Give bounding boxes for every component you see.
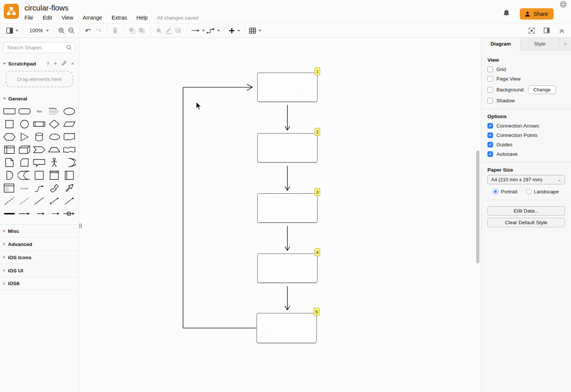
line-color-button[interactable] [164,25,174,36]
shadow-button[interactable] [174,25,183,36]
scratchpad-edit-icon[interactable] [62,61,67,67]
menu-file[interactable]: File [24,15,33,21]
shape-horizontal-container[interactable] [62,169,77,181]
shape-process[interactable] [32,118,47,130]
shadow-checkbox[interactable] [487,98,493,103]
shape-arrow[interactable] [62,182,77,194]
scratchpad-header[interactable]: Scratchpad ? + × [0,57,79,70]
diagram-canvas[interactable]: 1 2 3 4 5 [79,38,481,392]
shape-note[interactable] [2,156,17,169]
landscape-radio[interactable]: Landscape [526,189,559,194]
shape-and[interactable] [2,169,17,181]
zoom-out-button[interactable] [67,25,76,36]
menu-edit[interactable]: Edit [43,15,52,21]
shape-vertical-container[interactable] [47,169,62,181]
background-checkbox[interactable] [487,87,493,93]
shape-edge-with-box[interactable] [62,208,77,220]
scratchpad-dropzone[interactable]: Drag elements here [6,71,73,87]
shape-actor[interactable] [47,156,62,169]
shape-hexagon[interactable] [2,131,17,143]
shape-tape[interactable] [62,144,77,156]
portrait-radio[interactable]: Portrait [493,189,518,194]
scratchpad-help-icon[interactable]: ? [46,61,49,67]
zoom-in-button[interactable] [57,25,67,36]
sidebar-resize-handle[interactable] [79,223,82,228]
shape-textbox[interactable]: Heading [47,105,62,117]
shape-or[interactable] [62,156,77,169]
undo-button[interactable] [84,25,93,36]
menu-arrange[interactable]: Arrange [83,15,102,21]
shape-internal-storage[interactable] [2,144,17,156]
insert-button[interactable] [228,25,241,36]
shape-bidirectional-arrow[interactable] [47,182,62,194]
language-globe-icon[interactable] [560,1,567,9]
fill-color-button[interactable] [154,25,164,36]
shape-trapezoid[interactable] [47,144,62,156]
page-view-checkbox[interactable] [487,76,493,82]
autosave-checkbox[interactable] [487,151,493,157]
section-ios-icons[interactable]: iOS Icons [0,251,79,264]
shape-arrow-label-2[interactable] [47,208,62,220]
connection-style-button[interactable] [191,25,206,36]
shape-directional-connector[interactable] [62,195,77,207]
menu-extras[interactable]: Extras [111,15,127,21]
section-misc[interactable]: Misc [0,224,79,237]
shape-square[interactable] [2,118,17,130]
format-panel-toggle[interactable] [542,25,551,36]
scratchpad-close-icon[interactable]: × [71,61,74,67]
drawio-logo[interactable] [4,4,19,19]
shape-rectangle[interactable] [2,105,17,117]
shape-link[interactable] [2,208,17,220]
search-shapes-input[interactable] [3,42,75,53]
close-panel-icon[interactable]: × [560,38,571,50]
document-title[interactable]: circular-flows [24,4,198,12]
tab-style[interactable]: Style [521,38,560,50]
grid-checkbox[interactable] [487,67,493,72]
shape-text[interactable]: Text [32,105,47,117]
shape-bidirectional-connector[interactable] [47,195,62,207]
zoom-level-dropdown[interactable]: 100% [26,25,50,36]
shape-parallelogram[interactable] [62,118,77,130]
shape-data-storage[interactable] [17,169,32,181]
delete-button[interactable] [110,25,120,36]
shape-circle[interactable] [17,118,32,130]
clear-default-style-button[interactable]: Clear Default Style [487,218,565,227]
shape-diamond[interactable] [47,118,62,130]
connection-arrows-checkbox[interactable] [487,123,493,129]
shape-step[interactable] [32,144,47,156]
shape-triangle[interactable] [17,131,32,143]
shape-cloud[interactable] [47,131,62,143]
shape-line[interactable] [32,195,47,207]
flow-node-4[interactable]: 4 [257,254,318,283]
waypoints-button[interactable] [206,25,221,36]
shape-arrow-label[interactable] [32,208,47,220]
flow-node-5[interactable]: 5 [256,313,317,343]
shape-callout[interactable] [32,156,47,169]
shape-cylinder[interactable] [32,131,47,143]
shape-container[interactable] [32,169,47,181]
shape-directional-edge[interactable] [17,208,32,220]
shape-curve[interactable] [32,182,47,194]
shape-cube[interactable] [17,144,32,156]
shape-list-item[interactable]: List Item [17,182,32,194]
shape-dashed-line[interactable] [2,195,17,207]
connection-points-checkbox[interactable] [487,132,493,138]
section-general[interactable]: General [0,93,79,105]
section-ios6[interactable]: iOS6 [0,277,79,290]
table-button[interactable] [248,25,262,36]
section-ios-ui[interactable]: iOS UI [0,264,79,277]
shape-rounded-rectangle[interactable] [17,105,32,117]
scratchpad-add-icon[interactable]: + [53,60,57,67]
canvas-vertical-scrollbar[interactable] [476,150,479,263]
to-front-button[interactable] [127,25,137,36]
menu-view[interactable]: View [61,15,73,21]
flow-node-2[interactable]: 2 [257,133,318,163]
view-panels-button[interactable] [5,25,19,36]
section-advanced[interactable]: Advanced [0,237,79,251]
edit-data-button[interactable]: Edit Data... [487,206,565,216]
flow-node-1[interactable]: 1 [257,73,318,102]
menu-help[interactable]: Help [136,15,148,21]
redo-button[interactable] [93,25,103,36]
tab-diagram[interactable]: Diagram [481,38,521,50]
fullscreen-button[interactable] [527,25,536,36]
